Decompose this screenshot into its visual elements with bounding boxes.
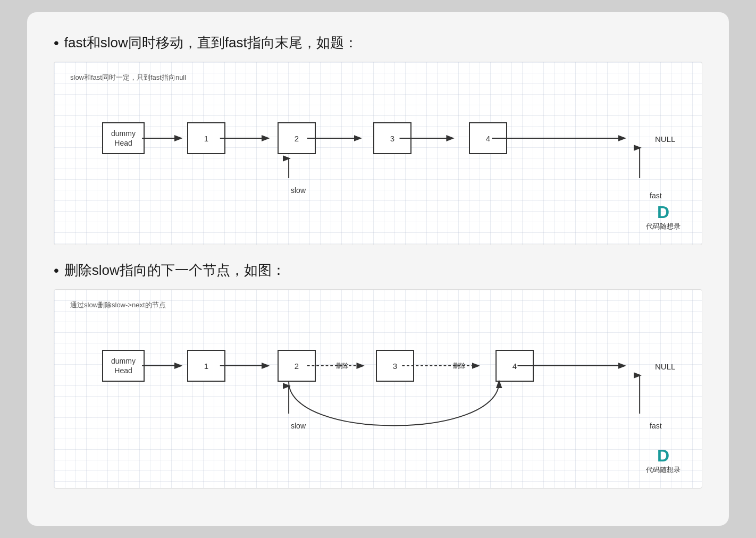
slow-pointer-2: slow — [291, 422, 306, 430]
node-2-2: 2 — [278, 350, 316, 382]
watermark-letter-2: D — [657, 447, 669, 464]
watermark-2: D 代码随想录 — [646, 447, 681, 475]
node-2: 2 — [278, 122, 316, 154]
diagram-1: slow和fast同时一定，只到fast指向null dummyHead 1 2… — [54, 62, 702, 245]
section2-title-text: 删除slow指向的下一个节点，如图： — [64, 261, 285, 280]
diagram-2: 通过slow删除slow->next的节点 dummyHead 1 2 3 4 … — [54, 289, 702, 489]
watermark-1: D 代码随想录 — [646, 204, 681, 231]
null-label-2: NULL — [655, 362, 675, 371]
watermark-letter-1: D — [657, 204, 669, 221]
node-3-2: 3 — [376, 350, 414, 382]
section-2: • 删除slow指向的下一个节点，如图： 通过slow删除slow->next的… — [54, 261, 702, 489]
node-3: 3 — [373, 122, 411, 154]
bullet-2: • — [54, 262, 59, 279]
bullet-1: • — [54, 35, 59, 52]
fast-pointer-1: fast — [650, 191, 662, 200]
section1-title-text: fast和slow同时移动，直到fast指向末尾，如题： — [64, 33, 358, 52]
section2-title: • 删除slow指向的下一个节点，如图： — [54, 261, 702, 280]
null-label-1: NULL — [655, 134, 675, 144]
watermark-text-2: 代码随想录 — [646, 465, 681, 475]
diagram2-label: 通过slow删除slow->next的节点 — [70, 300, 686, 310]
arrows-svg-1 — [70, 90, 686, 229]
node-1-2: 1 — [187, 350, 225, 382]
node-dummy-1: dummyHead — [102, 122, 145, 154]
node-1: 1 — [187, 122, 225, 154]
node-dummy-2: dummyHead — [102, 350, 145, 382]
diagram1-label: slow和fast同时一定，只到fast指向null — [70, 73, 686, 82]
arrows-svg-2 — [70, 318, 686, 472]
section-1: • fast和slow同时移动，直到fast指向末尾，如题： slow和fast… — [54, 33, 702, 245]
diagram1-content: dummyHead 1 2 3 4 NULL slow fast — [70, 90, 686, 229]
section1-title: • fast和slow同时移动，直到fast指向末尾，如题： — [54, 33, 702, 52]
delete-label-2: 删除 — [453, 362, 466, 371]
delete-label-1: 删除 — [336, 362, 349, 371]
watermark-text-1: 代码随想录 — [646, 222, 681, 231]
slow-pointer-1: slow — [291, 186, 306, 195]
diagram2-content: dummyHead 1 2 3 4 NULL 删除 删除 slow fast — [70, 318, 686, 472]
fast-pointer-2: fast — [650, 422, 662, 430]
node-4: 4 — [469, 122, 507, 154]
node-4-2: 4 — [495, 350, 534, 382]
main-card: • fast和slow同时移动，直到fast指向末尾，如题： slow和fast… — [27, 12, 729, 526]
